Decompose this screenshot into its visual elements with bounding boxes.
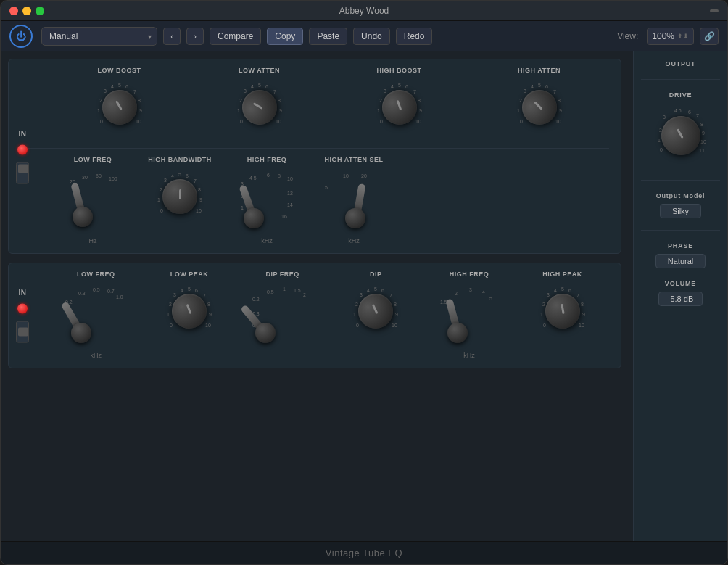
p2-high-freq-lever: 1.5 2 3 4 5 [433,282,505,347]
svg-text:0: 0 [543,323,546,328]
next-button[interactable]: › [186,28,204,45]
svg-text:2: 2 [169,302,172,307]
low-freq-group: LOW FREQ 20 30 60 100 [57,156,129,244]
svg-text:0: 0 [100,119,103,124]
svg-text:7: 7 [203,293,206,298]
svg-text:5: 5 [398,83,401,88]
sidebar-divider-2 [641,180,720,181]
svg-text:6: 6 [405,84,408,89]
output-model-selector[interactable]: Silky [660,204,701,218]
link-button[interactable]: 🔗 [700,28,719,45]
svg-text:14: 14 [287,202,293,207]
high-atten-sel-group: HIGH ATTEN SEL 5 10 20 kHz [318,156,390,244]
high-bandwidth-knob[interactable] [162,179,197,214]
low-freq-lever-base[interactable] [73,207,93,227]
high-freq-lever: 3 4 5 6 8 10 2 12 1 14 kHz 16 [231,168,303,233]
prev-button[interactable]: ‹ [163,28,181,45]
p2-low-freq-group: LOW FREQ 0.2 0.3 0.5 0.7 1.0 [59,271,132,359]
high-bandwidth-label: HIGH BANDWIDTH [148,156,212,163]
svg-text:6: 6 [195,288,198,293]
svg-text:10: 10 [276,119,281,124]
phase-selector[interactable]: Natural [655,254,706,268]
p2-high-freq-label: HIGH FREQ [450,271,489,278]
close-button[interactable] [9,7,18,15]
svg-text:8: 8 [700,122,703,127]
high-freq-lever-base[interactable] [244,208,264,228]
knob-indicator-icon [533,102,542,110]
high-freq-p1-unit: kHz [261,237,273,244]
maximize-button[interactable] [36,7,44,15]
p2-high-freq-group: HIGH FREQ 1.5 2 3 4 5 [433,271,505,359]
window-title: Abbey Wood [339,6,389,16]
panel1-led[interactable] [17,144,28,154]
high-atten-knob-container: 4 5 6 3 7 2 8 1 9 0 10 [510,78,568,136]
panel1-bottom-knobs: LOW FREQ 20 30 60 100 [57,156,609,244]
p2-low-peak-group: LOW PEAK 4 5 6 3 7 2 8 1 9 [153,271,226,340]
svg-text:1: 1 [377,108,380,113]
svg-text:8: 8 [278,98,281,103]
knob-indicator-icon [372,304,379,314]
eq-panel-2: IN LOW FREQ 0.2 0.3 0.5 [8,263,621,368]
undo-button[interactable]: Undo [353,28,390,45]
svg-text:3: 3 [360,292,363,297]
p2-high-freq-lever-base[interactable] [447,323,468,343]
view-stepper-icon[interactable]: ⬆⬇ [677,33,689,40]
svg-text:11: 11 [699,148,705,153]
high-bandwidth-group: HIGH BANDWIDTH 4 5 6 3 7 2 8 1 [144,156,216,226]
power-button[interactable]: ⏻ [9,25,33,48]
svg-text:7: 7 [133,89,136,94]
svg-text:4: 4 [251,84,254,89]
high-boost-group: HIGH BOOST 4 5 6 3 7 2 8 1 9 [363,67,436,136]
svg-text:1: 1 [283,286,286,292]
svg-text:10: 10 [392,323,397,328]
svg-text:60: 60 [96,173,102,178]
p2-dip-freq-lever-base[interactable] [255,323,276,343]
svg-text:2: 2 [542,302,545,307]
svg-text:10: 10 [205,323,211,328]
paste-button[interactable]: Paste [309,28,347,45]
svg-text:9: 9 [209,312,212,317]
panel2-led[interactable] [17,304,28,314]
svg-text:8: 8 [198,187,201,192]
output-section: OUTPUT [641,60,720,67]
panel2-left-controls: IN [16,289,29,343]
compare-button[interactable]: Compare [210,28,261,45]
copy-button[interactable]: Copy [267,28,303,45]
panel2-toggle[interactable] [16,321,29,343]
minimize-button[interactable] [22,7,31,15]
svg-text:2: 2 [379,98,382,103]
phase-label: PHASE [668,242,693,249]
p2-dip-knob-container: 4 5 6 3 7 2 8 1 9 0 10 [347,282,405,340]
app-window: Abbey Wood ⏻ Manual ▾ ‹ › Compare Copy P… [0,0,728,565]
panel1-toggle[interactable] [16,162,29,183]
svg-text:8: 8 [418,98,421,103]
svg-text:7: 7 [553,89,556,94]
svg-text:10: 10 [287,176,293,181]
view-value: 100% ⬆⬇ [647,28,694,45]
eq-panel-1: IN LOW BOOST 4 5 [8,59,621,254]
svg-text:9: 9 [702,131,705,136]
svg-text:7: 7 [413,89,416,94]
high-atten-sel-lever-base[interactable] [345,208,365,228]
output-model-section: Output Model Silky [641,192,720,218]
p2-high-freq-unit: kHz [463,352,475,359]
svg-text:5: 5 [188,286,191,292]
redo-button[interactable]: Redo [396,28,433,45]
svg-text:5: 5 [178,172,181,177]
low-boost-group: LOW BOOST 4 5 6 3 7 2 8 1 9 [83,67,156,136]
svg-text:2: 2 [160,187,162,192]
svg-text:0.3: 0.3 [78,291,86,296]
p2-low-peak-knob-container: 4 5 6 3 7 2 8 1 9 0 10 [160,282,218,340]
svg-text:4 5: 4 5 [674,108,682,113]
panel1-divider [20,148,609,149]
svg-text:6: 6 [125,84,128,89]
svg-text:3: 3 [663,115,666,120]
knob-indicator-icon [186,304,191,314]
volume-label: VOLUME [665,280,696,287]
svg-text:0: 0 [660,147,663,152]
svg-text:6: 6 [265,84,268,89]
knob-indicator-icon [115,101,122,111]
preset-dropdown[interactable]: Manual [41,27,157,46]
svg-text:3: 3 [164,178,167,183]
svg-text:8: 8 [138,98,141,103]
